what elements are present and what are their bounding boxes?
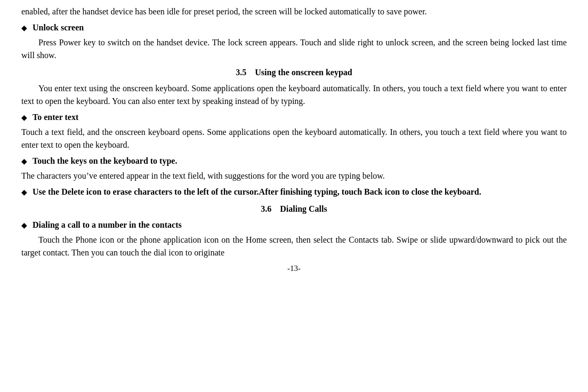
unlock-screen-body: Press Power key to switch on the handset… bbox=[21, 36, 567, 62]
unlock-screen-label: Unlock screen bbox=[33, 21, 84, 34]
page-container: enabled, after the handset device has be… bbox=[0, 0, 588, 392]
use-delete-label-text: Use the Delete icon to erase characters … bbox=[33, 187, 481, 196]
section-36-heading: 3.6 Dialing Calls bbox=[21, 203, 567, 215]
to-enter-text-bullet: ◆ To enter text bbox=[21, 111, 567, 124]
dialing-call-body: Touch the Phone icon or the phone applic… bbox=[21, 234, 567, 259]
bullet-diamond-delete-icon: ◆ bbox=[21, 187, 27, 198]
bullet-diamond-touch-icon: ◆ bbox=[21, 156, 27, 167]
section35-intro: You enter text using the onscreen keyboa… bbox=[21, 82, 567, 108]
bullet-diamond-dial-icon: ◆ bbox=[21, 220, 27, 231]
section-36-title: Dialing Calls bbox=[280, 203, 327, 215]
intro-paragraph: enabled, after the handset device has be… bbox=[21, 5, 567, 18]
unlock-screen-bullet: ◆ Unlock screen bbox=[21, 21, 567, 34]
bullet-diamond-icon: ◆ bbox=[21, 22, 27, 34]
to-enter-text-label: To enter text bbox=[33, 111, 78, 124]
section-36-number: 3.6 bbox=[261, 203, 271, 215]
touch-keys-label: Touch the keys on the keyboard to type. bbox=[33, 155, 177, 167]
section-35-number: 3.5 bbox=[236, 66, 246, 79]
use-delete-bullet: ◆ Use the Delete icon to erase character… bbox=[21, 186, 567, 198]
dialing-call-bullet: ◆ Dialing a call to a number in the cont… bbox=[21, 219, 567, 231]
touch-keys-body: The characters you’ve entered appear in … bbox=[21, 170, 567, 182]
page-number: -13- bbox=[21, 262, 567, 275]
section-35-title: Using the onscreen keypad bbox=[255, 66, 352, 79]
use-delete-label: Use the Delete icon to erase characters … bbox=[33, 186, 481, 198]
bullet-diamond-enter-icon: ◆ bbox=[21, 112, 27, 123]
touch-keys-bullet: ◆ Touch the keys on the keyboard to type… bbox=[21, 155, 567, 167]
section-35-heading: 3.5 Using the onscreen keypad bbox=[21, 66, 567, 79]
dialing-call-label: Dialing a call to a number in the contac… bbox=[33, 219, 182, 231]
to-enter-text-body: Touch a text field, and the onscreen key… bbox=[21, 126, 567, 151]
